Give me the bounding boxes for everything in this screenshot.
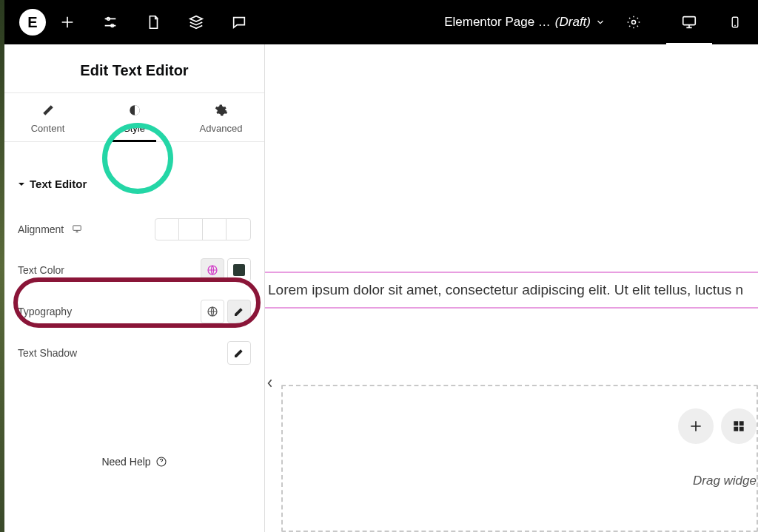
selected-widget-text[interactable]: Lorem ipsum dolor sit amet, consectetur … [265, 272, 758, 309]
text-color-label: Text Color [18, 264, 64, 276]
tab-advanced-label: Advanced [200, 123, 243, 134]
section-head-label: Text Editor [30, 178, 87, 190]
tab-style[interactable]: Style [91, 93, 178, 141]
section-text-editor-toggle[interactable]: Text Editor [18, 178, 251, 190]
row-alignment: Alignment [18, 209, 251, 249]
row-text-color: Text Color [18, 249, 251, 291]
align-left-button[interactable] [155, 219, 179, 240]
svg-point-2 [632, 21, 636, 24]
align-right-button[interactable] [203, 219, 227, 240]
text-shadow-label: Text Shadow [18, 347, 77, 359]
tab-content-label: Content [31, 123, 65, 134]
logo-e-glyph: E [27, 14, 37, 31]
draft-badge: (Draft) [555, 15, 591, 30]
typography-edit-button[interactable] [227, 300, 251, 323]
tab-content[interactable]: Content [4, 93, 91, 141]
add-section-button[interactable] [678, 408, 714, 444]
svg-rect-3 [683, 17, 696, 25]
tab-advanced[interactable]: Advanced [178, 93, 264, 141]
page-settings-button[interactable] [132, 0, 175, 44]
text-shadow-edit-button[interactable] [227, 341, 251, 365]
align-justify-button[interactable] [227, 219, 250, 240]
responsive-icon[interactable] [71, 223, 83, 236]
site-settings-button[interactable] [89, 0, 132, 44]
editor-panel: Edit Text Editor Content Style Advanced … [4, 44, 265, 532]
global-typography-button[interactable] [201, 300, 224, 323]
color-picker-button[interactable] [227, 258, 251, 282]
style-section: Text Editor Alignment Text Color Typogra… [4, 142, 264, 374]
align-center-button[interactable] [179, 219, 203, 240]
page-title: Elementor Page … [444, 15, 551, 30]
publish-dropdown-chevron[interactable] [595, 17, 606, 27]
color-swatch [233, 264, 245, 276]
add-template-button[interactable] [721, 408, 757, 444]
desktop-view-button[interactable] [666, 0, 712, 44]
elementor-logo[interactable]: E [19, 9, 46, 36]
canvas[interactable]: Lorem ipsum dolor sit amet, consectetur … [265, 44, 758, 532]
structure-button[interactable] [175, 0, 218, 44]
top-bar: E Elementor Page … (Draft) [4, 0, 758, 44]
preview-settings-button[interactable] [619, 15, 648, 30]
notes-button[interactable] [218, 0, 261, 44]
add-widget-button[interactable] [46, 0, 89, 44]
svg-rect-7 [73, 225, 81, 229]
panel-tabs: Content Style Advanced [4, 92, 264, 142]
drop-zone[interactable]: Drag widge [281, 385, 758, 532]
mobile-view-button[interactable] [712, 0, 758, 44]
row-text-shadow: Text Shadow [18, 332, 251, 374]
global-color-button[interactable] [201, 258, 224, 282]
alignment-buttons [155, 218, 251, 240]
collapse-panel-button[interactable] [264, 370, 277, 397]
need-help-link[interactable]: Need Help [4, 456, 264, 468]
drag-hint-text: Drag widge [693, 474, 757, 488]
panel-title: Edit Text Editor [4, 44, 264, 92]
alignment-label: Alignment [18, 223, 64, 235]
typography-label: Typography [18, 306, 72, 317]
tab-style-label: Style [124, 123, 145, 134]
need-help-label: Need Help [101, 456, 150, 468]
row-typography: Typography [18, 291, 251, 332]
